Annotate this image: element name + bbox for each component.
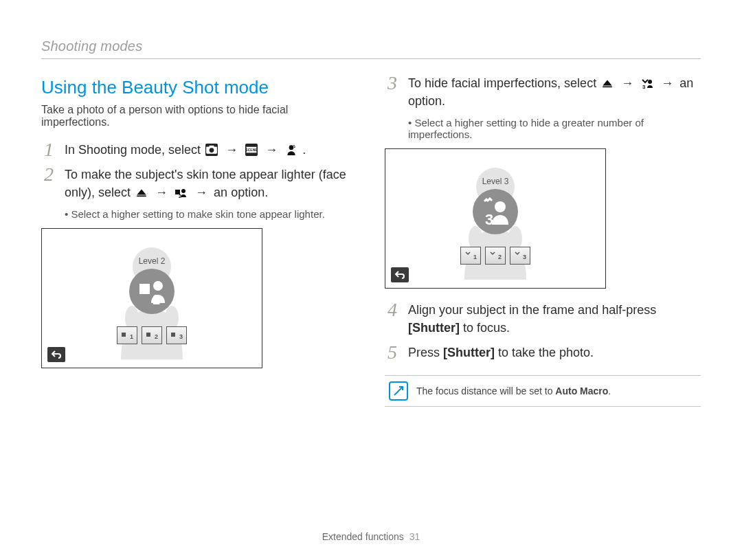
step-body: To make the subject's skin tone appear l… <box>65 166 357 201</box>
note-bold: Auto Macro <box>555 385 608 396</box>
svg-point-25 <box>648 80 652 84</box>
step1-post: . <box>302 143 306 157</box>
step-body: Press [Shutter] to take the photo. <box>408 344 594 361</box>
step-number: 2 <box>41 166 56 183</box>
svg-rect-2 <box>210 146 214 147</box>
step5-pre: Press <box>408 346 443 359</box>
step-number: 4 <box>385 301 400 319</box>
level-2-button[interactable]: 2 <box>142 326 162 344</box>
current-level-badge: 2 <box>129 269 175 314</box>
menu-up-icon <box>601 77 614 89</box>
svg-text:2: 2 <box>179 194 181 199</box>
svg-point-10 <box>181 189 186 193</box>
svg-rect-5 <box>247 153 257 153</box>
note-post: . <box>608 385 611 396</box>
step-1: 1 In Shooting mode, select → SCENE → . <box>41 141 357 159</box>
content-columns: Using the Beauty Shot mode Take a photo … <box>41 74 701 407</box>
arrow-icon: → <box>661 76 673 90</box>
page-title: Using the Beauty Shot mode <box>41 77 357 98</box>
note-text: The focus distance will be set to Auto M… <box>416 385 611 396</box>
step2-post: an option. <box>214 186 268 199</box>
svg-text:2: 2 <box>153 292 160 306</box>
svg-rect-4 <box>247 146 257 146</box>
step-number: 5 <box>385 344 400 361</box>
step3-pre: To hide facial imperfections, select <box>408 76 600 90</box>
svg-text:2: 2 <box>498 254 502 260</box>
level-1-button[interactable]: 1 <box>460 247 481 265</box>
footer: Extended functions 31 <box>0 531 742 542</box>
step5-bold: [Shutter] <box>443 346 495 359</box>
page: Shooting modes Using the Beauty Shot mod… <box>0 0 742 560</box>
svg-text:SCENE: SCENE <box>245 148 258 152</box>
step3-sub: Select a higher setting to hide a greate… <box>408 117 701 140</box>
level-buttons: 1 2 3 <box>117 326 187 344</box>
face-tone-icon: 2 <box>175 187 188 199</box>
svg-text:3: 3 <box>485 211 493 226</box>
svg-point-16 <box>153 281 163 291</box>
step2-sub: Select a higher setting to make skin ton… <box>65 208 357 220</box>
level-label: Level 3 <box>482 177 509 186</box>
svg-rect-15 <box>139 284 150 294</box>
note-box: The focus distance will be set to Auto M… <box>385 375 701 407</box>
breadcrumb: Shooting modes <box>41 38 701 54</box>
arrow-icon: → <box>265 143 278 157</box>
step1-pre: In Shooting mode, select <box>65 143 204 157</box>
screenshot-retouch: Level 3 3 1 2 3 <box>385 148 606 289</box>
level-3-button[interactable]: 3 <box>166 326 187 344</box>
arrow-icon: → <box>195 186 207 199</box>
svg-text:1: 1 <box>473 254 477 260</box>
svg-point-1 <box>210 148 214 153</box>
svg-text:3: 3 <box>179 333 183 340</box>
step-number: 3 <box>385 74 400 92</box>
step4-pre: Align your subject in the frame and half… <box>408 303 656 317</box>
level-1-button[interactable]: 1 <box>117 326 137 344</box>
level-buttons: 1 2 3 <box>460 247 530 265</box>
current-level-badge: 3 <box>473 189 518 234</box>
lead-text: Take a photo of a person with options to… <box>41 104 357 128</box>
scene-icon: SCENE <box>245 144 258 156</box>
arrow-icon: → <box>155 186 168 199</box>
right-column: 3 To hide facial imperfections, select →… <box>385 74 701 407</box>
svg-text:1: 1 <box>130 333 133 340</box>
step-body: In Shooting mode, select → SCENE → . <box>65 141 306 159</box>
svg-rect-22 <box>171 333 175 337</box>
step-number: 1 <box>41 141 56 159</box>
level-2-button[interactable]: 2 <box>485 247 506 265</box>
step5-post: to take the photo. <box>495 346 594 359</box>
step-4: 4 Align your subject in the frame and ha… <box>385 301 701 337</box>
camera-icon <box>205 144 218 156</box>
page-number: 31 <box>409 531 420 542</box>
left-column: Using the Beauty Shot mode Take a photo … <box>41 74 357 407</box>
screenshot-facetone: Level 2 2 1 2 3 <box>41 228 262 368</box>
step4-post: to focus. <box>460 321 510 335</box>
svg-rect-24 <box>603 87 612 88</box>
arrow-icon: → <box>225 143 238 157</box>
beauty-icon <box>285 144 297 156</box>
arrow-icon: → <box>621 76 633 90</box>
svg-rect-8 <box>137 196 146 197</box>
back-button[interactable] <box>47 347 65 362</box>
step-5: 5 Press [Shutter] to take the photo. <box>385 344 701 361</box>
step-body: Align your subject in the frame and half… <box>408 301 701 337</box>
svg-rect-18 <box>122 333 126 337</box>
note-pre: The focus distance will be set to <box>416 385 555 396</box>
svg-text:3: 3 <box>642 84 646 89</box>
svg-text:2: 2 <box>155 333 158 340</box>
svg-point-7 <box>289 145 294 150</box>
step-2: 2 To make the subject's skin tone appear… <box>41 166 357 201</box>
step-body: To hide facial imperfections, select → 3… <box>408 74 701 110</box>
svg-text:3: 3 <box>523 254 526 260</box>
svg-rect-20 <box>146 333 150 337</box>
back-button[interactable] <box>391 267 409 282</box>
step4-bold: [Shutter] <box>408 321 460 335</box>
divider <box>41 58 701 59</box>
svg-point-30 <box>495 201 506 212</box>
level-label: Level 2 <box>139 256 166 266</box>
menu-up-icon <box>135 186 148 199</box>
face-retouch-icon: 3 <box>641 78 653 90</box>
step-3: 3 To hide facial imperfections, select →… <box>385 74 701 110</box>
level-3-button[interactable]: 3 <box>510 247 530 265</box>
footer-section: Extended functions <box>322 531 404 542</box>
note-icon <box>389 381 408 401</box>
